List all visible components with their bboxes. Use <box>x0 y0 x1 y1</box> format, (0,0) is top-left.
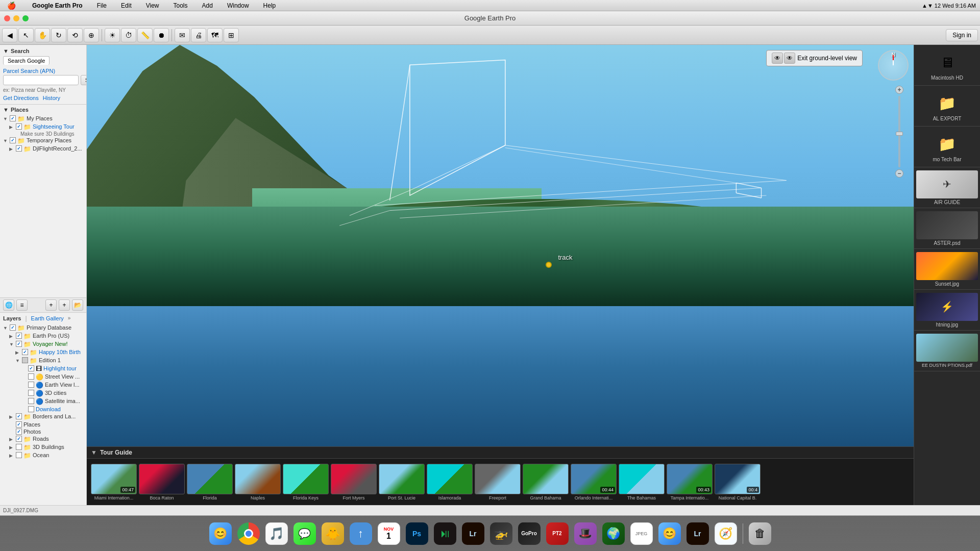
dock-ps[interactable]: Ps <box>404 520 430 547</box>
photos-item[interactable]: Photos <box>9 428 83 435</box>
apple-menu[interactable]: 🍎 <box>4 1 19 11</box>
tour-thumb-2[interactable]: Florida <box>187 464 233 500</box>
file-menu[interactable]: File <box>94 1 110 10</box>
dock-ge[interactable]: 🌍 <box>600 520 627 547</box>
toolbar-nav-back[interactable]: ◀ <box>2 28 17 42</box>
toolbar-record[interactable]: ⏺ <box>154 28 169 42</box>
earth-view-l-item[interactable]: 🔵 Earth View l... <box>21 381 83 389</box>
dock-messages[interactable]: 💬 <box>291 520 318 547</box>
sv-checkbox[interactable] <box>28 373 34 380</box>
search-button[interactable]: Search <box>81 75 87 85</box>
dock-safari[interactable]: 🧭 <box>713 520 739 547</box>
desktop-item-dustin[interactable]: EE DUSTIN PTIONS.pdf <box>914 331 980 371</box>
earth-pro-item[interactable]: ▶ 📁 Earth Pro (US) <box>9 332 83 340</box>
happy10-checkbox[interactable] <box>22 349 28 355</box>
roads-toggle[interactable]: ▶ <box>9 437 14 442</box>
djl-checkbox[interactable] <box>16 145 22 152</box>
zoom-in-btn[interactable]: + <box>895 86 903 94</box>
places-globe-btn[interactable]: 🌐 <box>3 299 14 311</box>
borders-toggle[interactable]: ▶ <box>9 414 14 419</box>
tour-thumb-10[interactable]: 00:44 Orlando Internati... <box>571 464 617 500</box>
evl-checkbox[interactable] <box>28 382 34 388</box>
search-header[interactable]: ▼ Search <box>3 48 83 54</box>
edition1-item[interactable]: ▼ 📁 Edition 1 <box>15 357 83 365</box>
primary-db-checkbox[interactable] <box>10 324 16 331</box>
temporary-places-item[interactable]: ▼ 📁 Temporary Places <box>3 137 83 145</box>
voyager-item[interactable]: ▼ 📁 Voyager New! <box>9 340 83 348</box>
dock-finder[interactable]: 😊 <box>207 520 234 547</box>
tour-thumb-7[interactable]: Islamorada <box>427 464 473 500</box>
dock-alfred[interactable]: 🎩 <box>572 520 599 547</box>
borders-item[interactable]: ▶ 📁 Borders and La... <box>9 413 83 421</box>
dock-duck[interactable]: 🐥 <box>320 520 346 547</box>
maximize-button[interactable] <box>22 15 29 21</box>
toolbar-sun[interactable]: ☀ <box>105 28 120 42</box>
places-list-btn[interactable]: ≡ <box>16 299 28 311</box>
temp-places-checkbox[interactable] <box>10 137 16 143</box>
tour-thumb-9[interactable]: Grand Bahama <box>523 464 569 500</box>
zoom-slider[interactable]: + − <box>894 86 904 178</box>
history-link[interactable]: History <box>43 95 60 101</box>
add-menu[interactable]: Add <box>199 1 216 10</box>
tools-menu[interactable]: Tools <box>170 1 191 10</box>
get-directions-link[interactable]: Get Directions <box>3 95 39 101</box>
download-item[interactable]: Download <box>21 406 83 413</box>
desktop-item-macintosh[interactable]: 🖥 Macintosh HD <box>914 45 980 86</box>
toolbar-grid[interactable]: ⊞ <box>224 28 239 42</box>
roads-checkbox[interactable] <box>16 436 22 442</box>
my-places-checkbox[interactable] <box>10 115 16 121</box>
earth-gallery-link[interactable]: Earth Gallery <box>31 315 64 321</box>
window-menu[interactable]: Window <box>224 1 252 10</box>
tour-thumb-4[interactable]: Florida Keys <box>283 464 329 500</box>
layers-title[interactable]: Layers <box>3 315 21 321</box>
parcel-search-link[interactable]: Parcel Search (APN) <box>3 68 83 74</box>
djl-toggle[interactable]: ▶ <box>9 146 14 152</box>
zoom-track[interactable] <box>898 96 900 167</box>
ocean-item[interactable]: ▶ 📁 Ocean <box>9 452 83 460</box>
my-places-item[interactable]: ▼ 📁 My Places <box>3 115 83 123</box>
tour-thumb-11[interactable]: The Bahamas <box>619 464 665 500</box>
dock-chrome[interactable] <box>235 520 262 547</box>
places-add-btn[interactable]: + <box>45 299 57 311</box>
tour-thumb-12[interactable]: 00:43 Tampa Internatio... <box>667 464 713 500</box>
earth-pro-toggle[interactable]: ▶ <box>9 334 14 339</box>
tour-thumb-8[interactable]: Freeport <box>475 464 521 500</box>
places-header[interactable]: ▼ Places <box>3 107 83 113</box>
3db-checkbox[interactable] <box>16 444 22 450</box>
primary-db-item[interactable]: ▼ 📁 Primary Database <box>3 324 83 332</box>
tour-thumb-6[interactable]: Port St. Lucie <box>379 464 425 500</box>
photos-checkbox[interactable] <box>16 429 22 435</box>
minimize-button[interactable] <box>13 15 19 21</box>
expand-layers-btn[interactable]: » <box>68 315 71 321</box>
places-layer-item[interactable]: Places <box>9 421 83 428</box>
zoom-out-btn[interactable]: − <box>895 169 903 178</box>
dl-checkbox[interactable] <box>28 406 34 412</box>
exit-ground-level-button[interactable]: 👁 👁 Exit ground-level view <box>766 50 863 66</box>
my-places-toggle[interactable]: ▼ <box>3 116 8 121</box>
dock-finder2[interactable]: 😊 <box>656 520 683 547</box>
toolbar-pan[interactable]: ✋ <box>35 28 50 42</box>
dock-drone[interactable]: 🚁 <box>488 520 514 547</box>
tour-expand-icon[interactable]: ▼ <box>91 449 97 456</box>
toolbar-email[interactable]: ✉ <box>175 28 190 42</box>
dock-pt2[interactable]: PT2 <box>544 520 571 547</box>
3d-buildings-item[interactable]: ▶ 📁 3D Buildings <box>9 443 83 452</box>
ht-checkbox[interactable] <box>28 365 34 371</box>
dock-lr2[interactable]: Lr <box>684 520 711 547</box>
desktop-item-sunset[interactable]: Sunset.jpg <box>914 249 980 290</box>
borders-checkbox[interactable] <box>16 413 22 419</box>
tour-thumb-3[interactable]: Naples <box>235 464 281 500</box>
places-remove-btn[interactable]: + <box>59 299 70 311</box>
dock-calendar[interactable]: NOV 1 <box>376 520 402 547</box>
toolbar-zoom-in[interactable]: ⊕ <box>84 28 99 42</box>
sat-checkbox[interactable] <box>28 398 34 404</box>
toolbar-time[interactable]: ⏱ <box>121 28 136 42</box>
desktop-item-master[interactable]: ASTER.psd <box>914 208 980 249</box>
highlight-tour-item[interactable]: 🎞 Highlight tour <box>21 365 83 373</box>
voyager-checkbox[interactable] <box>16 341 22 347</box>
dock-itunes[interactable]: 🎵 <box>263 520 290 547</box>
roads-item[interactable]: ▶ 📁 Roads <box>9 435 83 443</box>
toolbar-select[interactable]: ↖ <box>18 28 34 42</box>
3db-toggle[interactable]: ▶ <box>9 445 14 450</box>
3dc-checkbox[interactable] <box>28 390 34 396</box>
